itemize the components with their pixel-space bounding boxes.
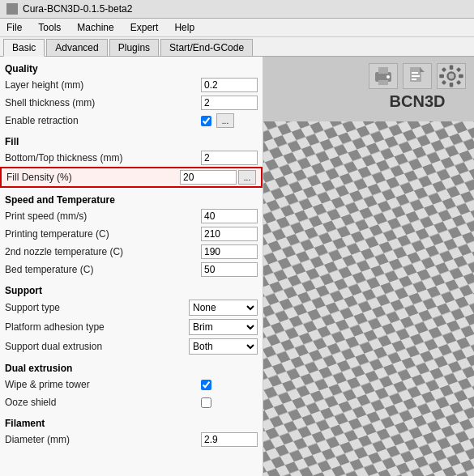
checkerboard	[263, 121, 474, 476]
right-panel: BCN3D	[263, 57, 474, 476]
input-bed-temp[interactable]	[201, 262, 258, 277]
label-support-type: Support type	[5, 302, 189, 313]
logo-icon-printer	[369, 63, 398, 89]
checkbox-ooze-shield[interactable]	[201, 397, 211, 408]
form-row-bottom-top-thickness: Bottom/Top thickness (mm)	[0, 149, 263, 167]
label-fill-density: Fill Density (%)	[6, 172, 180, 183]
input-print-temp[interactable]	[201, 227, 258, 241]
app-icon	[6, 3, 18, 15]
left-panel: Quality Layer height (mm) Shell thicknes…	[0, 57, 263, 476]
form-row-enable-retraction: Enable retraction ...	[0, 112, 263, 130]
section-fill: Fill	[0, 133, 263, 149]
section-speed-temp: Speed and Temperature	[0, 191, 263, 207]
svg-rect-8	[412, 79, 416, 80]
form-row-platform-adhesion: Platform adhesion type None Brim Raft	[0, 317, 263, 337]
svg-rect-14	[459, 74, 463, 79]
section-dual-extrusion: Dual extrusion	[0, 359, 263, 376]
section-quality: Quality	[0, 60, 263, 76]
input-shell-thickness[interactable]	[201, 96, 258, 110]
input-2nd-nozzle-temp[interactable]	[201, 244, 258, 259]
label-print-temp: Printing temperature (C)	[5, 228, 201, 240]
logo-icon-document	[403, 63, 432, 89]
svg-rect-16	[456, 67, 461, 72]
tab-plugins[interactable]: Plugins	[109, 39, 159, 56]
svg-point-10	[449, 74, 455, 79]
form-row-bed-temp: Bed temperature (C)	[0, 261, 263, 278]
app-title: Cura-BCN3D-0.1.5-beta2	[23, 3, 132, 15]
label-enable-retraction: Enable retraction	[5, 115, 201, 126]
form-row-diameter: Diameter (mm)	[0, 431, 263, 448]
form-row-fill-density: Fill Density (%) ...	[0, 167, 263, 188]
label-platform-adhesion: Platform adhesion type	[5, 321, 189, 333]
svg-rect-11	[450, 65, 454, 70]
select-support-dual-extrusion[interactable]: Both First extruder Second extruder	[189, 338, 258, 355]
svg-rect-17	[442, 80, 446, 85]
menu-expert[interactable]: Expert	[127, 20, 162, 35]
label-bed-temp: Bed temperature (C)	[5, 264, 201, 275]
logo-icon-gear	[437, 63, 466, 89]
svg-rect-13	[439, 74, 444, 79]
svg-point-3	[386, 75, 390, 79]
form-row-layer-height: Layer height (mm)	[0, 76, 263, 94]
form-row-wipe-prime: Wipe & prime tower	[0, 376, 263, 393]
label-wipe-prime: Wipe & prime tower	[5, 379, 201, 390]
menu-help[interactable]: Help	[171, 20, 198, 35]
logo-text: BCN3D	[369, 92, 466, 111]
title-bar: Cura-BCN3D-0.1.5-beta2	[0, 0, 474, 19]
section-support: Support	[0, 282, 263, 298]
label-diameter: Diameter (mm)	[5, 434, 201, 445]
svg-rect-18	[456, 80, 461, 85]
svg-rect-6	[412, 72, 418, 74]
form-row-2nd-nozzle-temp: 2nd nozzle temperature (C)	[0, 243, 263, 261]
svg-rect-2	[378, 80, 388, 85]
checkbox-enable-retraction[interactable]	[201, 116, 211, 126]
input-bottom-top-thickness[interactable]	[201, 151, 258, 165]
svg-rect-7	[412, 75, 420, 77]
label-ooze-shield: Ooze shield	[5, 397, 201, 408]
tab-basic[interactable]: Basic	[3, 39, 45, 57]
tab-advanced[interactable]: Advanced	[46, 39, 107, 56]
input-layer-height[interactable]	[201, 78, 258, 92]
input-fill-density[interactable]	[180, 170, 237, 185]
menu-file[interactable]: File	[3, 20, 25, 35]
svg-rect-15	[442, 67, 446, 72]
label-layer-height: Layer height (mm)	[5, 79, 201, 91]
menu-bar: File Tools Machine Expert Help	[0, 19, 474, 37]
select-support-type[interactable]: None Touching buildplate Everywhere	[189, 300, 258, 316]
checkbox-wipe-prime[interactable]	[201, 380, 211, 390]
svg-rect-23	[263, 121, 474, 476]
logo-area: BCN3D	[369, 63, 466, 111]
tab-bar: Basic Advanced Plugins Start/End-GCode	[0, 37, 474, 57]
input-print-speed[interactable]	[201, 209, 258, 223]
section-filament: Filament	[0, 414, 263, 431]
menu-tools[interactable]: Tools	[35, 20, 64, 35]
select-platform-adhesion[interactable]: None Brim Raft	[189, 319, 258, 335]
label-print-speed: Print speed (mm/s)	[5, 210, 201, 222]
form-row-print-speed: Print speed (mm/s)	[0, 207, 263, 225]
ellipsis-retraction[interactable]: ...	[216, 113, 234, 128]
input-diameter[interactable]	[201, 432, 258, 447]
ellipsis-fill-density[interactable]: ...	[238, 170, 256, 185]
form-row-support-dual-extrusion: Support dual extrusion Both First extrud…	[0, 337, 263, 356]
menu-machine[interactable]: Machine	[74, 20, 117, 35]
form-row-support-type: Support type None Touching buildplate Ev…	[0, 298, 263, 317]
form-row-ooze-shield: Ooze shield	[0, 393, 263, 411]
form-row-print-temp: Printing temperature (C)	[0, 225, 263, 243]
label-support-dual-extrusion: Support dual extrusion	[5, 341, 189, 352]
form-row-shell-thickness: Shell thickness (mm)	[0, 94, 263, 112]
label-bottom-top-thickness: Bottom/Top thickness (mm)	[5, 152, 201, 164]
tab-startend-gcode[interactable]: Start/End-GCode	[160, 39, 253, 56]
svg-rect-12	[450, 83, 454, 87]
svg-rect-1	[378, 67, 388, 74]
label-2nd-nozzle-temp: 2nd nozzle temperature (C)	[5, 246, 201, 257]
label-shell-thickness: Shell thickness (mm)	[5, 97, 201, 108]
